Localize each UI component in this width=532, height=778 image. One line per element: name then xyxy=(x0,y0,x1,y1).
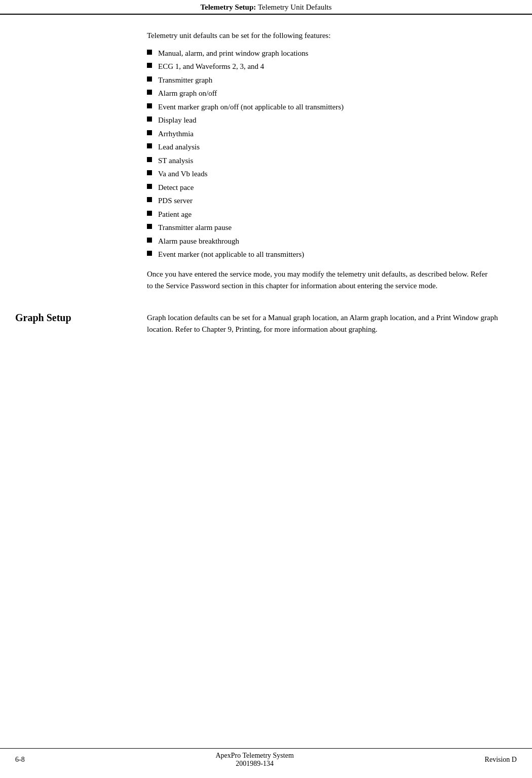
list-item-text: Arrhythmia xyxy=(158,128,194,140)
list-item: Arrhythmia xyxy=(147,128,491,140)
bullet-list: Manual, alarm, and print window graph lo… xyxy=(147,48,491,260)
bullet-icon xyxy=(147,103,152,108)
list-item-text: Display lead xyxy=(158,114,196,126)
list-item: Detect pace xyxy=(147,182,491,193)
bullet-icon xyxy=(147,116,152,122)
list-item-text: ST analysis xyxy=(158,155,193,167)
list-item-text: Detect pace xyxy=(158,182,194,193)
footer-doc-number: 2001989-134 xyxy=(215,760,293,768)
footer-product: ApexPro Telemetry System xyxy=(215,752,293,760)
graph-setup-heading: Graph Setup xyxy=(15,312,71,323)
intro-paragraph: Telemetry unit defaults can be set for t… xyxy=(147,30,491,42)
list-item: Display lead xyxy=(147,114,491,126)
header-bold: Telemetry Setup: xyxy=(200,3,258,11)
bullet-icon xyxy=(147,130,152,135)
list-item: Event marker (not applicable to all tran… xyxy=(147,249,491,260)
bullet-icon xyxy=(147,170,152,175)
main-content: Telemetry unit defaults can be set for t… xyxy=(147,30,491,307)
list-item: PDS server xyxy=(147,195,491,207)
list-item: Lead analysis xyxy=(147,141,491,153)
list-item: ECG 1, and Waveforms 2, 3, and 4 xyxy=(147,61,491,72)
bullet-icon xyxy=(147,63,152,68)
graph-setup-section: Graph Setup Graph location defaults can … xyxy=(15,312,517,336)
list-item-text: PDS server xyxy=(158,195,193,207)
list-item: Transmitter alarm pause xyxy=(147,222,491,234)
list-item-text: Patient age xyxy=(158,209,192,220)
bullet-icon xyxy=(147,143,152,148)
list-item: Event marker graph on/off (not applicabl… xyxy=(147,101,491,113)
graph-setup-content: Graph location defaults can be set for a… xyxy=(147,312,517,336)
list-item-text: Alarm graph on/off xyxy=(158,88,217,99)
list-item-text: ECG 1, and Waveforms 2, 3, and 4 xyxy=(158,61,264,72)
list-item: Alarm graph on/off xyxy=(147,88,491,99)
list-item-text: Manual, alarm, and print window graph lo… xyxy=(158,48,309,59)
list-item: Manual, alarm, and print window graph lo… xyxy=(147,48,491,59)
bullet-icon xyxy=(147,238,152,243)
footer-revision: Revision D xyxy=(485,756,517,764)
list-item-text: Lead analysis xyxy=(158,141,200,153)
header-text: Telemetry Setup: Telemetry Unit Defaults xyxy=(200,3,331,12)
list-item: Transmitter graph xyxy=(147,74,491,86)
list-item: Patient age xyxy=(147,209,491,220)
footer-page-number: 6-8 xyxy=(15,756,25,764)
list-item-text: Event marker graph on/off (not applicabl… xyxy=(158,101,344,113)
list-item: Alarm pause breakthrough xyxy=(147,236,491,247)
bullet-icon xyxy=(147,157,152,162)
footer-center: ApexPro Telemetry System 2001989-134 xyxy=(215,752,293,768)
bullet-icon xyxy=(147,211,152,216)
list-item: ST analysis xyxy=(147,155,491,167)
list-item-text: Transmitter alarm pause xyxy=(158,222,232,234)
bullet-icon xyxy=(147,224,152,229)
list-item-text: Va and Vb leads xyxy=(158,168,208,180)
bullet-icon xyxy=(147,184,152,189)
follow-paragraph: Once you have entered the service mode, … xyxy=(147,268,491,292)
bullet-icon xyxy=(147,251,152,256)
header-title: Telemetry Unit Defaults xyxy=(258,3,332,11)
bullet-icon xyxy=(147,50,152,55)
content-area: Telemetry unit defaults can be set for t… xyxy=(0,15,532,376)
list-item-text: Alarm pause breakthrough xyxy=(158,236,239,247)
bullet-icon xyxy=(147,76,152,82)
page-header: Telemetry Setup: Telemetry Unit Defaults xyxy=(0,0,532,15)
list-item-text: Event marker (not applicable to all tran… xyxy=(158,249,304,260)
bullet-icon xyxy=(147,197,152,202)
graph-setup-paragraph: Graph location defaults can be set for a… xyxy=(147,312,517,336)
page-footer: 6-8 ApexPro Telemetry System 2001989-134… xyxy=(0,748,532,768)
list-item-text: Transmitter graph xyxy=(158,74,212,86)
list-item: Va and Vb leads xyxy=(147,168,491,180)
graph-setup-label-area: Graph Setup xyxy=(15,312,147,336)
bullet-icon xyxy=(147,90,152,95)
